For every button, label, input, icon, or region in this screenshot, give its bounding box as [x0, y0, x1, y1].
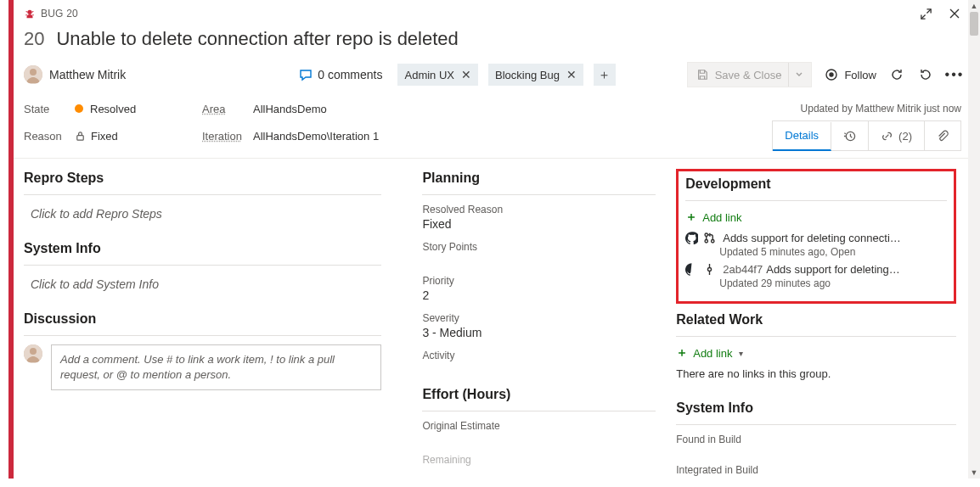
pull-request-icon [703, 232, 716, 244]
commit-icon [703, 263, 716, 276]
divider [422, 194, 656, 195]
more-actions-button[interactable]: ••• [946, 66, 963, 83]
comments-count: 0 comments [318, 68, 382, 81]
system-info-input[interactable]: Click to add System Info [24, 274, 381, 310]
add-link-label: Add link [702, 211, 741, 224]
svg-rect-9 [77, 135, 83, 140]
tag-label: Blocking Bug [495, 69, 560, 81]
tab-strip: Details (2) [772, 120, 961, 151]
history-icon [843, 130, 856, 143]
assignee-name[interactable]: Matthew Mitrik [49, 68, 126, 81]
divider [24, 335, 381, 336]
svg-point-13 [705, 233, 707, 236]
tab-details[interactable]: Details [773, 122, 831, 151]
comments-button[interactable]: 0 comments [294, 68, 387, 81]
tab-links[interactable]: (2) [869, 121, 925, 150]
svg-point-15 [712, 240, 714, 243]
expand-icon[interactable] [917, 5, 934, 22]
development-item[interactable]: Adds support for deleting connecti… [685, 232, 947, 244]
development-item-title: 2ab44f7Adds support for deleting … [723, 263, 901, 276]
divider [685, 200, 947, 201]
save-dropdown-icon[interactable] [788, 63, 803, 87]
iteration-value[interactable]: AllHandsDemo\Iteration 1 [253, 130, 379, 143]
divider [676, 424, 956, 425]
development-item-sub: Updated 29 minutes ago [719, 277, 947, 289]
svg-line-1 [26, 11, 28, 12]
iteration-label: Iteration [202, 130, 253, 143]
commit-title: Adds support for deleting … [766, 263, 901, 276]
comment-input[interactable]: Add a comment. Use # to link a work item… [51, 344, 381, 390]
section-effort: Effort (Hours) [422, 387, 656, 402]
comment-icon [299, 68, 313, 81]
tag-blocking-bug[interactable]: Blocking Bug ✕ [488, 64, 583, 86]
add-related-link-button[interactable]: ＋ Add link ▾ [676, 345, 956, 361]
svg-point-6 [30, 69, 37, 76]
integrated-in-build-label[interactable]: Integrated in Build [676, 464, 956, 476]
state-value[interactable]: Resolved [90, 103, 136, 115]
priority-label: Priority [422, 275, 656, 287]
svg-line-2 [32, 11, 34, 12]
reason-value[interactable]: Fixed [91, 130, 118, 143]
tag-remove-icon[interactable]: ✕ [566, 69, 577, 81]
tag-admin-ux[interactable]: Admin UX ✕ [397, 64, 478, 86]
commit-sha: 2ab44f7 [723, 263, 763, 276]
bug-icon [24, 8, 36, 20]
section-repro-steps: Repro Steps [24, 171, 381, 186]
priority-value[interactable]: 2 [422, 288, 656, 302]
divider [24, 265, 381, 266]
follow-button[interactable]: Follow [824, 67, 876, 82]
refresh-button[interactable] [888, 66, 905, 83]
development-item-sub: Updated 5 minutes ago, Open [719, 246, 947, 258]
work-item-title[interactable]: Unable to delete connection after repo i… [56, 28, 458, 50]
severity-value[interactable]: 3 - Medium [422, 326, 656, 339]
section-planning: Planning [422, 171, 656, 186]
section-development: Development [685, 176, 947, 192]
add-link-button[interactable]: ＋ Add link [685, 210, 947, 225]
save-and-close-button[interactable]: Save & Close [687, 62, 813, 87]
section-system-info-right: System Info [676, 400, 956, 416]
section-system-info: System Info [24, 241, 381, 256]
svg-point-8 [830, 73, 833, 76]
tab-history[interactable] [831, 121, 869, 150]
original-estimate-label[interactable]: Original Estimate [422, 420, 656, 432]
revert-button[interactable] [917, 66, 934, 83]
section-related-work: Related Work [676, 312, 956, 327]
svg-point-12 [30, 348, 37, 355]
github-icon [685, 263, 698, 276]
area-value[interactable]: AllHandsDemo [253, 103, 327, 115]
activity-label[interactable]: Activity [422, 350, 656, 361]
scroll-thumb[interactable] [970, 12, 978, 36]
assignee-avatar[interactable] [24, 65, 42, 84]
story-points-label[interactable]: Story Points [422, 241, 656, 253]
found-in-build-label[interactable]: Found in Build [676, 434, 956, 445]
divider [422, 411, 656, 411]
repro-steps-input[interactable]: Click to add Repro Steps [24, 204, 381, 239]
updated-text: Updated by Matthew Mitrik just now [801, 103, 961, 115]
tab-label: Details [785, 129, 819, 142]
state-label: State [24, 103, 75, 115]
plus-icon: ＋ [676, 345, 688, 361]
add-tag-button[interactable]: ＋ [594, 64, 616, 86]
chevron-down-icon: ▾ [739, 349, 743, 358]
divider [676, 336, 956, 337]
divider [24, 194, 381, 195]
current-user-avatar [24, 344, 42, 363]
scrollbar[interactable]: ▲ ▼ [968, 0, 980, 479]
tag-label: Admin UX [404, 69, 454, 81]
resolved-reason-value[interactable]: Fixed [422, 217, 656, 231]
reason-label: Reason [24, 130, 75, 143]
link-icon [881, 130, 893, 143]
development-item[interactable]: 2ab44f7Adds support for deleting … [685, 263, 947, 276]
save-icon [696, 69, 708, 81]
tab-attachments[interactable] [925, 121, 960, 150]
scroll-down-icon[interactable]: ▼ [968, 467, 980, 479]
related-empty-text: There are no links in this group. [676, 367, 956, 380]
remaining-label[interactable]: Remaining [422, 454, 656, 466]
links-count: (2) [898, 130, 912, 143]
area-label: Area [202, 103, 253, 115]
close-icon[interactable] [946, 5, 963, 22]
follow-icon [824, 67, 839, 82]
scroll-up-icon[interactable]: ▲ [968, 0, 980, 12]
development-item-title: Adds support for deleting connecti… [723, 232, 901, 244]
tag-remove-icon[interactable]: ✕ [461, 69, 471, 81]
